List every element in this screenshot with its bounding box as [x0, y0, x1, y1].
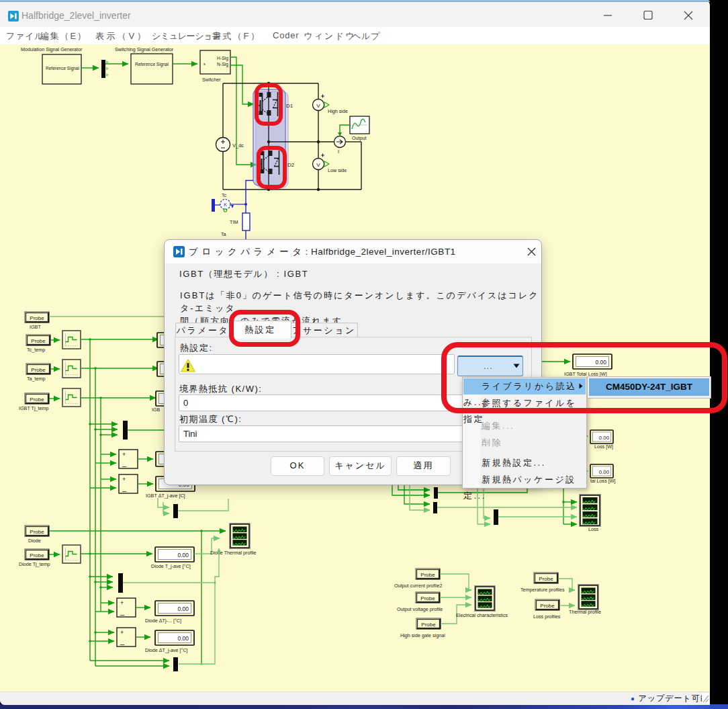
svg-text:Switching Signal Generator: Switching Signal Generator	[115, 46, 174, 52]
svg-text:IGB: IGB	[152, 407, 160, 412]
svg-text:H-Sig: H-Sig	[217, 56, 228, 61]
svg-text:IGBT Tj_temp: IGBT Tj_temp	[19, 405, 48, 411]
svg-text:Diode T_j-ave [°C]: Diode T_j-ave [°C]	[151, 563, 191, 569]
svg-text:Diode Tj_temp: Diode Tj_temp	[19, 561, 50, 567]
svg-text:Loss profiles: Loss profiles	[533, 614, 561, 620]
svg-text:Ta_temp: Ta_temp	[27, 376, 46, 382]
svg-text:K: K	[224, 202, 227, 207]
svg-text:Diode ΔT_j-ave [°C]: Diode ΔT_j-ave [°C]	[145, 647, 188, 653]
svg-text:Low side: Low side	[328, 167, 347, 173]
svg-text:Ta: Ta	[221, 231, 226, 237]
svg-text:High side: High side	[328, 108, 348, 114]
svg-text:Reference Signal: Reference Signal	[46, 66, 79, 71]
svg-text:Loss [W]: Loss [W]	[594, 444, 613, 450]
svg-text:s: s	[203, 62, 206, 66]
svg-text:N-Sig: N-Sig	[217, 62, 228, 67]
svg-text:V: V	[316, 162, 320, 168]
svg-text:V: V	[316, 103, 320, 109]
svg-text:D1: D1	[286, 103, 293, 109]
svg-text:D2: D2	[287, 162, 295, 168]
svg-text:Electrical characteristics: Electrical characteristics	[456, 612, 508, 618]
svg-text:I: I	[338, 149, 339, 155]
svg-text:Thermal profile: Thermal profile	[569, 609, 601, 615]
svg-text:Loss: Loss	[588, 526, 599, 532]
svg-text:Switcher: Switcher	[202, 77, 221, 83]
svg-text:IGBT ΔT_j-ave [C]: IGBT ΔT_j-ave [C]	[146, 493, 185, 499]
svg-text:Output voltage profile: Output voltage profile	[397, 606, 443, 612]
svg-text:Diode: Diode	[28, 538, 41, 544]
svg-text:Output current profile2: Output current profile2	[394, 583, 443, 589]
svg-text:Tc: Tc	[222, 192, 227, 198]
svg-text:Output: Output	[352, 135, 367, 141]
svg-text:IGBT: IGBT	[30, 324, 41, 330]
svg-text:tal Loss [W]: tal Loss [W]	[590, 478, 616, 484]
svg-text:Tc_temp: Tc_temp	[27, 347, 45, 353]
svg-text:Modulation Signal Generator: Modulation Signal Generator	[21, 46, 83, 52]
svg-text:Diode Thermal profile: Diode Thermal profile	[210, 550, 257, 556]
svg-text:Reference Signal: Reference Signal	[135, 62, 169, 67]
svg-text:V_dc: V_dc	[232, 142, 244, 149]
svg-text:Temperature profiles: Temperature profiles	[520, 587, 565, 593]
svg-text:TIM: TIM	[230, 219, 238, 225]
svg-text:Diode ΔTj-... [°C]: Diode ΔTj-... [°C]	[145, 618, 181, 624]
svg-text:High side gate signal: High side gate signal	[400, 632, 445, 638]
